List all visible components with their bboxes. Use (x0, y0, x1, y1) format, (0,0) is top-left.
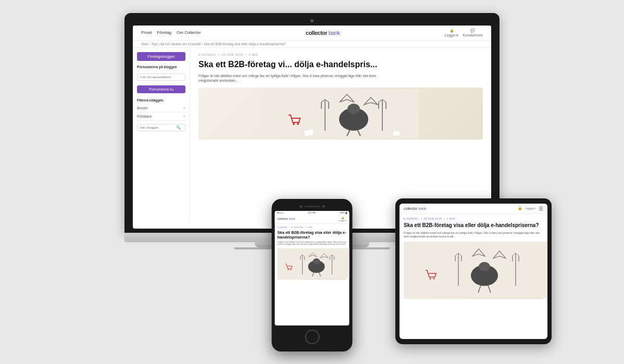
tablet-lock-icon: 🔒 (518, 206, 522, 210)
svg-point-42 (313, 258, 320, 265)
sidebar: Företagsbloggen Prenumerera på bloggen P… (133, 48, 190, 222)
breadcrumb: Start › Tips, råd och tankar om e-handel… (133, 41, 491, 48)
svg-point-18 (297, 123, 299, 125)
lock-icon: 🔒 (450, 29, 454, 33)
tablet-article-image (404, 242, 543, 299)
filter-amnens[interactable]: Ämnen + (137, 104, 185, 112)
site-header: Privat Företag Om Collector collector ba… (133, 26, 491, 41)
article-excerpt: Frågan är inte alldeles enkel och många … (198, 73, 386, 84)
phone-screen: BELL ▾ 4:21 PM 100% ▓ collector bank 🔒 L… (275, 211, 350, 325)
svg-point-39 (433, 278, 435, 279)
login-action[interactable]: 🔒 Logga in (445, 29, 459, 37)
phone-device: BELL ▾ 4:21 PM 100% ▓ collector bank 🔒 L… (272, 199, 353, 352)
tablet-article-title: Ska ett B2B-företag visa eller dölja e-h… (404, 222, 543, 229)
subscribe-section-title: Prenumerera på bloggen (137, 65, 185, 69)
svg-point-23 (479, 262, 490, 271)
main-article: E-HANDEL / 25 FEB 2018 / 1 MIN Ska ett B… (190, 48, 491, 222)
phone-camera-2 (322, 205, 325, 208)
phone-article-meta: E-HANDEL / 25 FEB 2018 / 1 MIN (278, 227, 347, 229)
article-title: Ska ett B2B-företag vi... dölja e-handel… (198, 59, 386, 69)
article-image (198, 87, 483, 140)
chat-icon: 💬 (470, 29, 475, 33)
tablet-content: E-HANDEL / 25 FEB 2018 / 1 MIN Ska ett B… (400, 214, 547, 302)
customer-service-action[interactable]: 💬 Kundservice (463, 29, 483, 37)
sidebar-title: Företagsbloggen (137, 52, 185, 61)
phone-header: collector bank 🔒 Logga in (275, 215, 350, 224)
tablet-article-excerpt: Frågan är inte alldeles enkel och många … (404, 231, 543, 239)
site-content: Företagsbloggen Prenumerera på bloggen P… (133, 48, 491, 222)
svg-point-38 (430, 278, 431, 279)
blog-search[interactable]: 🔍 (137, 124, 185, 131)
phone-status-bar: BELL ▾ 4:21 PM 100% ▓ (275, 211, 350, 215)
phone-top-bar (275, 205, 350, 208)
phone-body: BELL ▾ 4:21 PM 100% ▓ collector bank 🔒 L… (272, 199, 353, 352)
search-input[interactable] (140, 126, 176, 129)
phone-speaker (304, 206, 320, 207)
svg-rect-20 (393, 130, 401, 136)
plus-icon: + (183, 114, 185, 119)
svg-point-17 (293, 123, 295, 125)
article-illustration (263, 89, 419, 139)
phone-illustration (278, 248, 350, 279)
site-actions: 🔒 Logga in 💬 Kundservice (445, 29, 483, 37)
filter-forfattare[interactable]: Författare + (137, 112, 185, 121)
phone-home-button[interactable] (305, 330, 319, 344)
nav-om-collector[interactable]: Om Collector (177, 30, 201, 35)
phone-article-excerpt: Frågan är inte alldeles enkel och många … (278, 241, 347, 246)
svg-point-57 (288, 269, 289, 270)
svg-point-2 (347, 104, 360, 114)
email-input[interactable] (137, 73, 185, 81)
phone-article-title: Ska ett B2B-företag visa eller dölja e-h… (278, 230, 347, 240)
tablet-logo: collector bank (404, 207, 426, 210)
tablet-actions: 🔒 Logga in ☰ (518, 206, 543, 211)
tablet-screen: collector bank 🔒 Logga in ☰ E-HANDEL / 2… (400, 204, 547, 339)
tablet-header: collector bank 🔒 Logga in ☰ (400, 204, 547, 214)
tablet-body: collector bank 🔒 Logga in ☰ E-HANDEL / 2… (395, 198, 552, 344)
site-nav: Privat Företag Om Collector (141, 30, 201, 35)
nav-foretag[interactable]: Företag (157, 30, 171, 35)
tablet-article-meta: E-HANDEL / 25 FEB 2018 / 1 MIN (404, 217, 543, 220)
subscribe-button[interactable]: Prenumerera nu (137, 85, 185, 93)
phone-content: E-HANDEL / 25 FEB 2018 / 1 MIN Ska ett B… (275, 224, 350, 283)
scene: Privat Företag Om Collector collector ba… (52, 13, 572, 352)
tablet-device: collector bank 🔒 Logga in ☰ E-HANDEL / 2… (395, 198, 552, 344)
search-icon: 🔍 (176, 125, 181, 130)
phone-login[interactable]: 🔒 Logga in (339, 216, 346, 222)
plus-icon: + (183, 106, 185, 110)
phone-camera (299, 205, 302, 208)
tablet-menu-icon[interactable]: ☰ (539, 206, 543, 211)
laptop-camera (310, 19, 314, 22)
filter-section-title: Filtrera inläggen (137, 98, 185, 102)
article-meta: E-HANDEL / 25 FEB 2018 / 1 MIN (198, 53, 483, 56)
svg-point-58 (291, 269, 292, 270)
phone-article-image (278, 248, 347, 280)
nav-privat[interactable]: Privat (141, 30, 152, 35)
site-logo: collector bank (306, 30, 340, 36)
tablet-illustration (404, 242, 547, 298)
phone-logo: collector bank (278, 217, 295, 220)
